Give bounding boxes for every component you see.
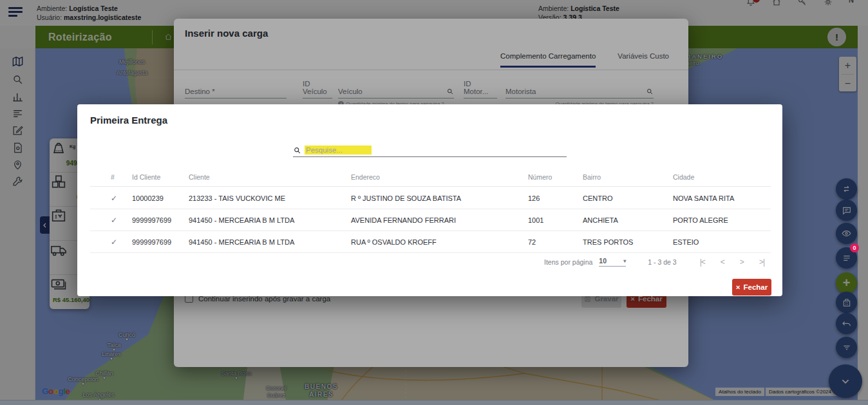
close-icon: × — [736, 283, 741, 291]
prev-page-button[interactable]: < — [721, 258, 724, 267]
table-row[interactable]: ✓ 10000239 213233 - TAIS VUCKOVIC ME R º… — [90, 187, 771, 209]
cell-numero: 1001 — [528, 216, 583, 224]
col-endereco[interactable]: Endereco — [351, 173, 528, 181]
cell-endereco: R º JUSTINO DE SOUZA BATISTA — [351, 194, 528, 202]
cell-cliente: 941450 - MERCEARIA B M LTDA — [189, 216, 351, 224]
check-icon: ✓ — [111, 238, 132, 247]
cell-numero: 72 — [528, 238, 583, 246]
col-cliente[interactable]: Cliente — [189, 173, 351, 181]
cell-cidade: ESTEIO — [673, 238, 771, 246]
table-row[interactable]: ✓ 9999997699 941450 - MERCEARIA B M LTDA… — [90, 231, 771, 253]
col-cidade[interactable]: Cidade — [673, 173, 771, 181]
cell-cidade: PORTO ALEGRE — [673, 216, 771, 224]
items-per-page-label: Itens por página — [544, 258, 592, 266]
cell-bairro: CENTRO — [583, 194, 673, 202]
table-row[interactable]: ✓ 9999997699 941450 - MERCEARIA B M LTDA… — [90, 209, 771, 231]
items-per-page-select[interactable]: 10 ▾ — [599, 257, 626, 267]
col-bairro[interactable]: Bairro — [583, 173, 673, 181]
app-window: Ambiente: Logística Teste Usuário: maxst… — [0, 0, 868, 405]
col-id-cliente[interactable]: Id Cliente — [132, 173, 189, 181]
delivery-close-label: Fechar — [744, 283, 768, 291]
pagination-nav: |< < > >| — [700, 258, 764, 267]
check-icon: ✓ — [111, 194, 132, 203]
pagination: Itens por página 10 ▾ 1 - 3 de 3 |< < > … — [544, 257, 764, 267]
cell-id-cliente: 10000239 — [132, 194, 189, 202]
cell-cliente: 213233 - TAIS VUCKOVIC ME — [189, 194, 351, 202]
cell-numero: 126 — [528, 194, 583, 202]
cell-id-cliente: 9999997699 — [132, 238, 189, 246]
route-list-badge: 0 — [850, 243, 859, 252]
first-delivery-modal: Primeira Entrega Pesquise... # Id Client… — [77, 104, 782, 296]
cell-endereco: AVENIDA FERNANDO FERRARI — [351, 216, 528, 224]
cell-id-cliente: 9999997699 — [132, 216, 189, 224]
page-range-label: 1 - 3 de 3 — [648, 258, 676, 266]
col-index[interactable]: # — [111, 173, 132, 181]
table-header: # Id Cliente Cliente Endereco Número Bai… — [90, 167, 771, 187]
next-page-button[interactable]: > — [740, 258, 744, 267]
cell-cliente: 941450 - MERCEARIA B M LTDA — [189, 238, 351, 246]
search-icon — [293, 146, 301, 155]
cell-bairro: ANCHIETA — [583, 216, 673, 224]
search-placeholder: Pesquise... — [305, 146, 372, 155]
delivery-modal-title: Primeira Entrega — [90, 115, 167, 126]
last-page-button[interactable]: >| — [759, 258, 764, 267]
check-icon: ✓ — [111, 216, 132, 225]
cell-cidade: NOVA SANTA RITA — [673, 194, 771, 202]
items-per-page-value: 10 — [599, 257, 607, 265]
delivery-close-button[interactable]: × Fechar — [732, 279, 771, 296]
caret-down-icon: ▾ — [623, 258, 626, 264]
search-input[interactable]: Pesquise... — [293, 142, 567, 157]
col-numero[interactable]: Número — [528, 173, 583, 181]
cell-endereco: RUA º OSVALDO KROEFF — [351, 238, 528, 246]
cell-bairro: TRES PORTOS — [583, 238, 673, 246]
first-page-button[interactable]: |< — [700, 258, 705, 267]
